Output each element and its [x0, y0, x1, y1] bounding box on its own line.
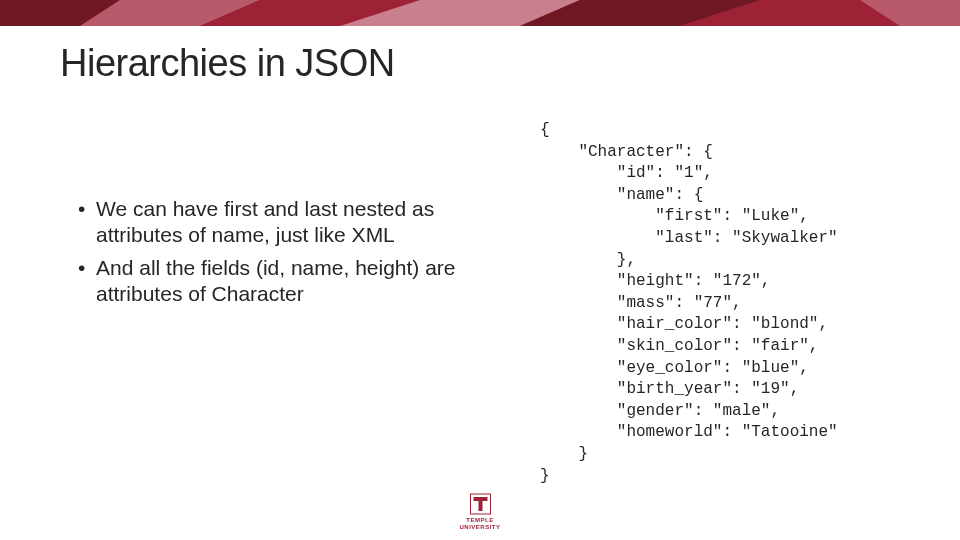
- bullet-list: • We can have first and last nested as a…: [78, 196, 458, 313]
- svg-rect-10: [478, 497, 482, 511]
- temple-logo: TEMPLE UNIVERSITY: [459, 492, 500, 530]
- bullet-text: And all the fields (id, name, height) ar…: [96, 255, 458, 308]
- temple-t-icon: [468, 492, 492, 516]
- json-code-block: { "Character": { "id": "1", "name": { "f…: [540, 120, 940, 487]
- list-item: • And all the fields (id, name, height) …: [78, 255, 458, 308]
- logo-sublabel: UNIVERSITY: [459, 524, 500, 530]
- bullet-text: We can have first and last nested as att…: [96, 196, 458, 249]
- logo-label: TEMPLE: [459, 517, 500, 523]
- bullet-dot-icon: •: [78, 196, 96, 249]
- bullet-dot-icon: •: [78, 255, 96, 308]
- page-title: Hierarchies in JSON: [60, 42, 395, 85]
- list-item: • We can have first and last nested as a…: [78, 196, 458, 249]
- top-banner: [0, 0, 960, 26]
